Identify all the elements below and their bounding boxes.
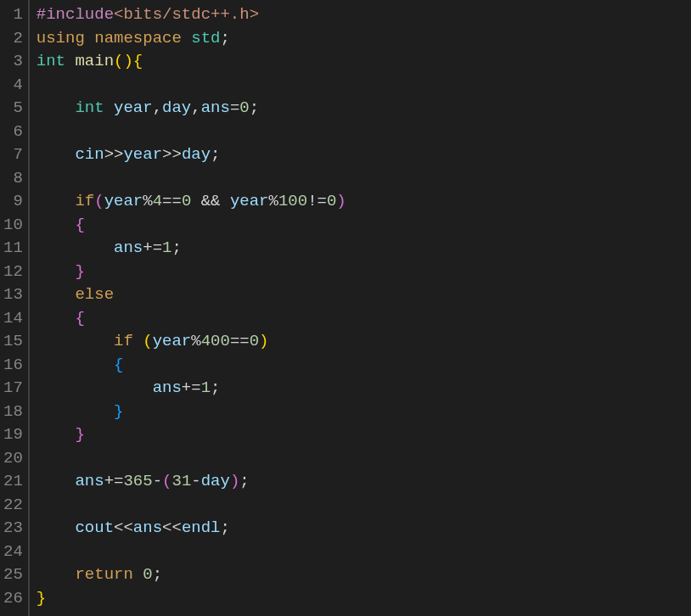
code-line[interactable]: { <box>37 214 346 238</box>
code-area[interactable]: #include<bits/stdc++.h>using namespace s… <box>30 0 346 616</box>
code-line[interactable]: cout<<ans<<endl; <box>37 517 346 540</box>
code-line[interactable]: int main(){ <box>37 50 346 74</box>
code-token: year <box>153 332 192 350</box>
code-token <box>37 472 76 490</box>
code-token: 31 <box>171 472 191 490</box>
code-token: 0 <box>327 192 336 210</box>
code-line[interactable]: int year,day,ans=0; <box>37 97 346 120</box>
line-number: 13 <box>3 283 23 307</box>
code-token <box>37 285 76 304</box>
code-token: >> <box>104 145 124 164</box>
line-number: 25 <box>3 563 23 587</box>
line-number: 12 <box>3 260 23 284</box>
code-line[interactable]: } <box>37 587 346 611</box>
line-number: 1 <box>3 3 23 27</box>
code-token: main <box>75 52 114 70</box>
code-token: cout <box>75 518 114 537</box>
code-line[interactable] <box>37 120 346 144</box>
code-line[interactable] <box>37 494 346 518</box>
code-line[interactable]: if(year%4==0 && year%100!=0) <box>37 190 346 214</box>
code-token: ; <box>211 145 220 164</box>
line-number: 15 <box>3 330 23 354</box>
code-token: std <box>191 29 220 48</box>
code-token <box>37 145 76 164</box>
code-line[interactable]: return 0; <box>37 563 346 587</box>
code-editor[interactable]: 1234567891011121314151617181920212223242… <box>0 0 691 616</box>
code-token: 1 <box>162 238 171 257</box>
code-token: { <box>75 309 84 328</box>
code-line[interactable]: ans+=1; <box>37 377 346 400</box>
line-number: 24 <box>3 540 23 564</box>
code-token: year <box>123 145 162 164</box>
line-number: 18 <box>3 400 23 424</box>
code-token: year <box>114 98 153 117</box>
line-number: 2 <box>3 27 23 51</box>
code-token <box>182 29 191 48</box>
code-token: - <box>191 472 200 490</box>
code-token: <bits/stdc++.h> <box>114 5 259 24</box>
code-token: % <box>143 192 152 210</box>
code-token: >> <box>162 145 182 164</box>
code-token <box>133 565 143 584</box>
code-token: ; <box>171 238 181 257</box>
code-token <box>37 565 76 584</box>
code-token: day <box>162 98 191 117</box>
line-number: 22 <box>3 494 23 518</box>
code-token: ) <box>336 192 346 210</box>
code-token: 4 <box>153 192 162 210</box>
code-line[interactable]: using namespace std; <box>37 27 346 51</box>
line-number: 19 <box>3 423 23 447</box>
code-line[interactable]: { <box>37 354 346 378</box>
code-line[interactable]: #include<bits/stdc++.h> <box>37 3 346 27</box>
code-token: ans <box>75 472 104 490</box>
code-token <box>65 52 75 70</box>
code-token: ; <box>250 98 259 117</box>
code-token: ; <box>239 472 249 490</box>
line-number: 5 <box>3 97 23 120</box>
code-line[interactable] <box>37 447 346 471</box>
code-line[interactable] <box>37 74 346 98</box>
code-token: endl <box>182 518 221 537</box>
code-line[interactable]: if (year%400==0) <box>37 330 346 354</box>
code-token: { <box>114 356 123 374</box>
code-token: day <box>182 145 211 164</box>
code-token: namespace <box>94 29 182 48</box>
code-token: ans <box>133 518 162 537</box>
line-number: 21 <box>3 470 23 494</box>
code-token <box>37 309 76 328</box>
line-number: 20 <box>3 447 23 471</box>
code-token <box>37 238 114 257</box>
code-token: year <box>104 192 143 210</box>
code-line[interactable]: } <box>37 400 346 424</box>
code-token: #include <box>37 5 114 24</box>
code-token: ; <box>220 518 229 537</box>
code-line[interactable]: { <box>37 307 346 331</box>
code-token <box>37 518 76 537</box>
code-token: { <box>75 216 84 234</box>
code-token: += <box>104 472 124 490</box>
code-line[interactable] <box>37 167 346 191</box>
code-line[interactable]: } <box>37 423 346 447</box>
code-token <box>37 98 76 117</box>
code-line[interactable]: ans+=365-(31-day); <box>37 470 346 494</box>
code-token: 0 <box>239 98 249 117</box>
code-line[interactable]: ans+=1; <box>37 237 346 260</box>
code-token: 365 <box>123 472 152 490</box>
code-token: } <box>37 589 46 608</box>
code-token <box>85 29 94 48</box>
code-token: % <box>191 332 200 350</box>
code-token: day <box>201 472 230 490</box>
line-number: 23 <box>3 517 23 540</box>
code-token: += <box>182 378 201 397</box>
code-token <box>37 192 76 210</box>
code-token: << <box>114 518 133 537</box>
code-line[interactable]: } <box>37 260 346 284</box>
code-token: if <box>114 332 133 350</box>
line-number: 9 <box>3 190 23 214</box>
code-line[interactable] <box>37 540 346 564</box>
code-token: } <box>75 425 84 444</box>
code-line[interactable]: else <box>37 283 346 307</box>
line-number: 11 <box>3 237 23 260</box>
code-line[interactable]: cin>>year>>day; <box>37 143 346 167</box>
line-number: 6 <box>3 120 23 144</box>
